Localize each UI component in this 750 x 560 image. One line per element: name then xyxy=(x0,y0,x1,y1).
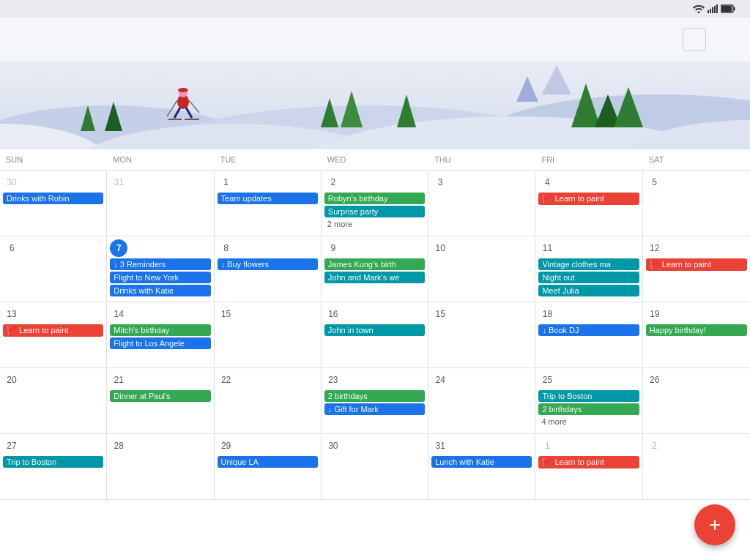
event-chip[interactable]: Unique LA xyxy=(218,456,318,468)
more-options-button[interactable] xyxy=(712,26,738,53)
cell-date[interactable]: 10 xyxy=(431,239,449,257)
cell-date[interactable]: 15 xyxy=(431,305,449,323)
day-headers: SunMonTueWedThuFriSat xyxy=(0,149,750,171)
event-chip[interactable]: Trip to Boston xyxy=(3,456,103,468)
more-events-link[interactable]: 2 more xyxy=(324,219,425,229)
cell-date[interactable]: 30 xyxy=(324,437,342,455)
battery-icon xyxy=(721,4,735,13)
header xyxy=(0,18,750,61)
event-chip[interactable]: 2 birthdays xyxy=(538,403,639,415)
event-chip[interactable]: ↓ Gift for Mark xyxy=(324,403,425,415)
event-chip[interactable]: Night out xyxy=(538,272,639,283)
calendar-cell: 15 xyxy=(215,302,322,368)
calendar-cell: 4🚩 Learn to paint xyxy=(535,171,642,236)
event-chip[interactable]: Drinks with Katie xyxy=(110,285,210,296)
cell-date[interactable]: 26 xyxy=(646,371,664,389)
cell-date[interactable]: 12 xyxy=(646,239,664,257)
cell-date[interactable]: 3 xyxy=(431,173,449,191)
cell-date[interactable]: 9 xyxy=(324,239,342,257)
calendar-cell: 22 xyxy=(215,368,322,434)
event-chip[interactable]: Robyn's birthday xyxy=(324,193,425,204)
event-chip[interactable]: Lunch with Katie xyxy=(431,456,532,468)
calendar-cell: 11Vintage clothes maNight outMeet Julia xyxy=(535,236,642,302)
calendar-cell: 28 xyxy=(107,434,214,500)
event-chip[interactable]: Meet Julia xyxy=(538,285,639,296)
cell-date[interactable]: 25 xyxy=(538,371,556,389)
calendar-cell: 2Robyn's birthdaySurprise party2 more xyxy=(322,171,428,236)
menu-button[interactable] xyxy=(12,26,38,53)
cell-date[interactable]: 2 xyxy=(324,173,342,191)
event-chip[interactable]: Dinner at Paul's xyxy=(110,390,210,402)
more-events-link[interactable]: 4 more xyxy=(538,417,639,427)
calendar-today-button[interactable] xyxy=(683,28,706,51)
cell-date[interactable]: 11 xyxy=(538,239,556,257)
event-chip[interactable]: John in town xyxy=(324,324,425,336)
cell-date[interactable]: 28 xyxy=(110,437,127,455)
cell-date[interactable]: 31 xyxy=(110,173,127,191)
calendar-cell: 24 xyxy=(428,368,535,434)
event-chip[interactable]: Drinks with Robin xyxy=(3,193,103,204)
add-event-button[interactable]: + xyxy=(694,504,735,545)
calendar-cell: 10 xyxy=(428,236,535,302)
calendar-grid: 30Drinks with Robin311Team updates2Robyn… xyxy=(0,171,750,559)
calendar-cell: 2 xyxy=(643,434,750,500)
cell-date[interactable]: 14 xyxy=(110,305,127,323)
cell-date[interactable]: 30 xyxy=(3,173,21,191)
event-chip[interactable]: 2 birthdays xyxy=(324,390,425,402)
cell-date[interactable]: 8 xyxy=(218,239,235,257)
cell-date[interactable]: 29 xyxy=(218,437,235,455)
cell-date[interactable]: 7 xyxy=(110,239,127,257)
event-chip[interactable]: 🚩 Learn to paint xyxy=(3,324,103,337)
day-header-wed: Wed xyxy=(322,152,428,167)
cell-date[interactable]: 24 xyxy=(431,371,449,389)
cell-date[interactable]: 21 xyxy=(110,371,127,389)
event-chip[interactable]: James Kung's birth xyxy=(324,258,425,270)
cell-date[interactable]: 1 xyxy=(538,437,556,455)
cell-date[interactable]: 20 xyxy=(3,371,21,389)
event-chip[interactable]: 🚩 Learn to paint xyxy=(538,193,639,205)
cell-date[interactable]: 16 xyxy=(324,305,342,323)
calendar-cell: 18↓ Book DJ xyxy=(535,302,642,368)
event-chip[interactable]: Team updates xyxy=(218,193,318,204)
event-chip[interactable]: ↓ Book DJ xyxy=(538,324,639,336)
cell-date[interactable]: 15 xyxy=(218,305,235,323)
calendar-cell: 3 xyxy=(428,171,535,236)
event-chip[interactable]: Flight to Los Angele xyxy=(110,337,210,349)
cell-date[interactable]: 1 xyxy=(218,173,235,191)
event-chip[interactable]: ↓ 3 Reminders xyxy=(110,258,210,270)
cell-date[interactable]: 2 xyxy=(646,437,664,455)
svg-rect-2 xyxy=(710,9,711,13)
calendar-cell: 29Unique LA xyxy=(215,434,322,500)
event-chip[interactable]: Trip to Boston xyxy=(538,390,639,402)
day-header-tue: Tue xyxy=(215,152,322,167)
day-header-fri: Fri xyxy=(535,152,642,167)
event-chip[interactable]: Flight to New York xyxy=(110,272,210,283)
event-chip[interactable]: Happy birthday! xyxy=(646,324,747,336)
event-chip[interactable]: 🚩 Learn to paint xyxy=(538,456,639,468)
event-chip[interactable]: 🚩 Learn to paint xyxy=(646,258,747,271)
event-chip[interactable]: Vintage clothes ma xyxy=(538,258,639,270)
event-chip[interactable]: Surprise party xyxy=(324,206,425,217)
calendar-cell: 232 birthdays↓ Gift for Mark xyxy=(322,368,428,434)
status-bar xyxy=(0,0,750,18)
cell-date[interactable]: 19 xyxy=(646,305,664,323)
cell-date[interactable]: 13 xyxy=(3,305,21,323)
day-header-sun: Sun xyxy=(0,152,107,167)
cell-date[interactable]: 31 xyxy=(431,437,449,455)
event-chip[interactable]: John and Mark's we xyxy=(324,272,425,283)
signal-icon xyxy=(708,4,718,13)
event-chip[interactable]: Mitch's birthday xyxy=(110,324,210,336)
cell-date[interactable]: 5 xyxy=(646,173,664,191)
cell-date[interactable]: 4 xyxy=(538,173,556,191)
cell-date[interactable]: 22 xyxy=(218,371,235,389)
cell-date[interactable]: 23 xyxy=(324,371,342,389)
cell-date[interactable]: 18 xyxy=(538,305,556,323)
svg-rect-8 xyxy=(721,6,732,12)
cell-date[interactable]: 27 xyxy=(3,437,21,455)
calendar-cell: 30 xyxy=(322,434,428,500)
svg-rect-3 xyxy=(712,7,713,13)
calendar-cell: 1Team updates xyxy=(215,171,322,236)
calendar-cell: 21Dinner at Paul's xyxy=(107,368,214,434)
cell-date[interactable]: 6 xyxy=(3,239,21,257)
event-chip[interactable]: ↓ Buy flowers xyxy=(218,258,318,270)
